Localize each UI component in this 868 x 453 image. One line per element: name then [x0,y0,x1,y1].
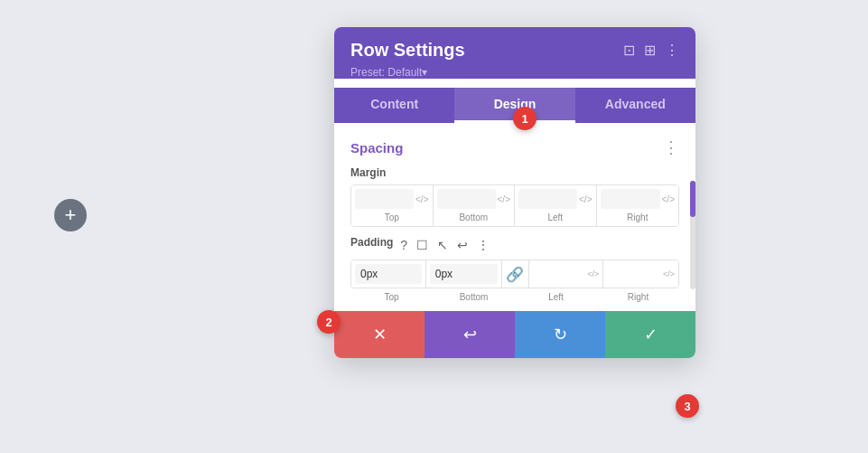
badge-2: 2 [317,310,341,334]
redo-button[interactable]: ↻ [515,311,605,358]
add-button[interactable]: + [54,199,87,231]
margin-input-grid: </> Top </> Bottom </> Left [350,184,679,227]
preset-label[interactable]: Preset: Default▾ [350,66,679,79]
spacing-title: Spacing [350,140,403,156]
padding-cursor-btn[interactable]: ↖ [435,236,450,254]
layout-icon[interactable]: ⊞ [644,42,656,59]
cancel-button[interactable]: ✕ [334,311,425,358]
more-icon[interactable]: ⋮ [665,42,679,59]
padding-bottom-cell [426,260,501,288]
spacing-menu-icon[interactable]: ⋮ [663,137,679,157]
panel-body: Spacing ⋮ Margin </> Top </> Bottom [334,123,695,302]
tab-advanced[interactable]: Advanced [575,88,695,123]
spacing-section-title-row: Spacing ⋮ [350,137,679,157]
save-button[interactable]: ✓ [605,311,695,358]
padding-label-row: Padding ? ☐ ↖ ↩ ⋮ [350,236,679,254]
undo-button[interactable]: ↩ [425,311,515,358]
margin-top-input[interactable] [355,189,414,209]
fullscreen-icon[interactable]: ⊡ [623,42,635,59]
margin-right-label: Right [627,212,648,222]
padding-help-btn[interactable]: ? [398,236,409,254]
margin-right-input[interactable] [601,189,660,209]
padding-right-code-icon[interactable]: </> [663,269,675,278]
padding-label: Padding [350,236,393,249]
panel-header-top: Row Settings ⊡ ⊞ ⋮ [350,40,679,61]
padding-bottom-input[interactable] [430,264,498,284]
badge-1: 1 [513,107,537,130]
margin-label: Margin [350,166,679,179]
padding-right-cell: </> [603,260,678,288]
margin-top-label: Top [385,212,399,222]
padding-link-col: 🔗 [502,260,529,288]
margin-right-code-icon[interactable]: </> [662,194,675,204]
margin-left-code-icon[interactable]: </> [579,194,592,204]
margin-top-code-icon[interactable]: </> [415,194,428,204]
action-bar: ✕ ↩ ↻ ✓ [334,311,695,358]
scroll-thumb[interactable] [690,181,695,217]
padding-left-cell: </> [529,260,604,288]
padding-device-btn[interactable]: ☐ [415,236,430,254]
padding-right-input[interactable] [607,264,662,284]
tab-content[interactable]: Content [334,88,454,123]
padding-top-cell [351,260,426,288]
scroll-track[interactable] [690,181,695,289]
padding-top-col-label: Top [350,292,433,302]
padding-reset-btn[interactable]: ↩ [455,236,470,254]
badge-3: 3 [676,394,699,418]
margin-left-label: Left [547,212,563,222]
padding-left-col-label: Left [515,292,597,302]
margin-top-cell: </> Top [351,185,434,226]
padding-left-code-icon[interactable]: </> [587,269,599,278]
margin-bottom-label: Bottom [459,212,488,222]
margin-bottom-code-icon[interactable]: </> [498,194,510,204]
padding-right-col-label: Right [597,292,679,302]
padding-left-input[interactable] [533,264,587,284]
panel-header-icons: ⊡ ⊞ ⋮ [623,42,679,59]
padding-link-icon[interactable]: 🔗 [506,266,524,283]
margin-bottom-cell: </> Bottom [434,185,516,226]
margin-bottom-input[interactable] [437,189,496,209]
margin-left-cell: </> Left [515,185,597,226]
panel-header: Row Settings ⊡ ⊞ ⋮ Preset: Default▾ [334,27,695,79]
margin-left-input[interactable] [518,189,577,209]
padding-more-btn[interactable]: ⋮ [475,236,491,254]
padding-top-input[interactable] [355,264,422,284]
padding-left-cells [351,260,502,288]
padding-right-cells: </> </> [529,260,679,288]
panel-title: Row Settings [350,40,465,61]
padding-input-grid: 🔗 </> </> [350,260,679,288]
margin-right-cell: </> Right [597,185,679,226]
padding-col-labels: Top Bottom Left Right [350,292,679,302]
row-settings-panel: Row Settings ⊡ ⊞ ⋮ Preset: Default▾ Cont… [334,27,695,358]
padding-bottom-col-label: Bottom [433,292,515,302]
